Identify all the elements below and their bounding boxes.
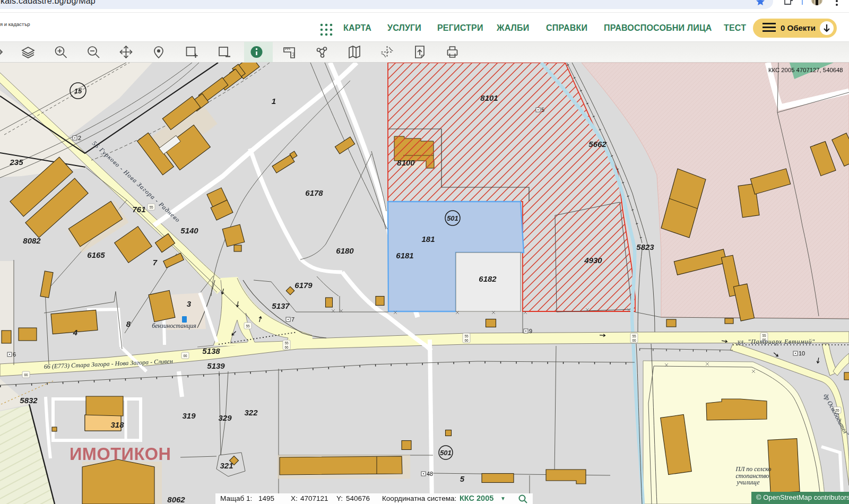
svg-text:6182: 6182 xyxy=(479,274,497,283)
svg-text:10: 10 xyxy=(799,350,805,357)
svg-text:55: 55 xyxy=(632,334,636,338)
svg-text:5: 5 xyxy=(460,474,465,483)
svg-text:5832: 5832 xyxy=(20,396,38,405)
svg-text:318: 318 xyxy=(110,420,124,429)
svg-text:ККС 2005 4707127, 540648: ККС 2005 4707127, 540648 xyxy=(768,67,843,73)
svg-text:55: 55 xyxy=(762,334,766,337)
svg-text:8101: 8101 xyxy=(480,93,498,102)
svg-text:181: 181 xyxy=(421,234,435,244)
svg-text:8: 8 xyxy=(126,319,131,328)
svg-text:6181: 6181 xyxy=(396,251,413,260)
svg-text:761: 761 xyxy=(132,205,145,214)
svg-text:7: 7 xyxy=(291,316,294,323)
svg-text:48: 48 xyxy=(427,471,433,477)
svg-text:329: 329 xyxy=(218,413,232,422)
svg-text:501: 501 xyxy=(447,214,458,222)
svg-text:501: 501 xyxy=(440,449,452,457)
svg-text:6: 6 xyxy=(13,351,16,358)
svg-text:2: 2 xyxy=(78,135,81,141)
svg-text:8100: 8100 xyxy=(397,158,415,167)
svg-text:55: 55 xyxy=(284,341,289,345)
svg-text:ПЛ по селско: ПЛ по селско xyxy=(735,465,772,473)
svg-text:училище: училище xyxy=(737,479,760,486)
svg-text:6179: 6179 xyxy=(294,281,313,290)
svg-text:66: 66 xyxy=(284,345,289,349)
svg-text:55: 55 xyxy=(464,334,469,338)
svg-text:55: 55 xyxy=(149,205,153,209)
svg-text:235: 235 xyxy=(9,158,23,167)
svg-text:319: 319 xyxy=(182,411,196,420)
svg-text:8082: 8082 xyxy=(23,236,41,245)
svg-text:4930: 4930 xyxy=(584,256,602,265)
svg-text:5140: 5140 xyxy=(180,226,198,235)
svg-text:5139: 5139 xyxy=(207,361,225,370)
svg-text:бензиностанция: бензиностанция xyxy=(152,322,196,329)
svg-text:66: 66 xyxy=(464,338,469,342)
svg-text:ул. "Патриарх Евтимий": ул. "Патриарх Евтимий" xyxy=(737,338,815,345)
svg-text:4: 4 xyxy=(73,328,78,337)
svg-text:321: 321 xyxy=(220,461,233,470)
svg-text:5137: 5137 xyxy=(272,301,290,310)
svg-text:6178: 6178 xyxy=(305,188,323,197)
svg-text:6180: 6180 xyxy=(336,246,354,255)
svg-text:5138: 5138 xyxy=(202,346,220,355)
svg-text:5662: 5662 xyxy=(588,140,607,149)
svg-text:3: 3 xyxy=(187,299,192,308)
svg-text:8062: 8062 xyxy=(167,495,185,504)
svg-text:5823: 5823 xyxy=(636,242,654,251)
svg-text:6165: 6165 xyxy=(87,250,105,259)
svg-text:322: 322 xyxy=(244,408,258,417)
svg-text:9: 9 xyxy=(529,328,532,334)
svg-text:ИМОТИКОН: ИМОТИКОН xyxy=(70,445,171,464)
svg-text:66: 66 xyxy=(632,338,636,342)
svg-text:7: 7 xyxy=(153,258,158,267)
svg-text:55: 55 xyxy=(246,324,250,328)
svg-text:66: 66 xyxy=(183,354,187,358)
svg-text:1: 1 xyxy=(272,97,276,106)
svg-text:66: 66 xyxy=(24,373,28,377)
svg-text:15: 15 xyxy=(74,87,82,95)
svg-text:5: 5 xyxy=(541,107,544,113)
